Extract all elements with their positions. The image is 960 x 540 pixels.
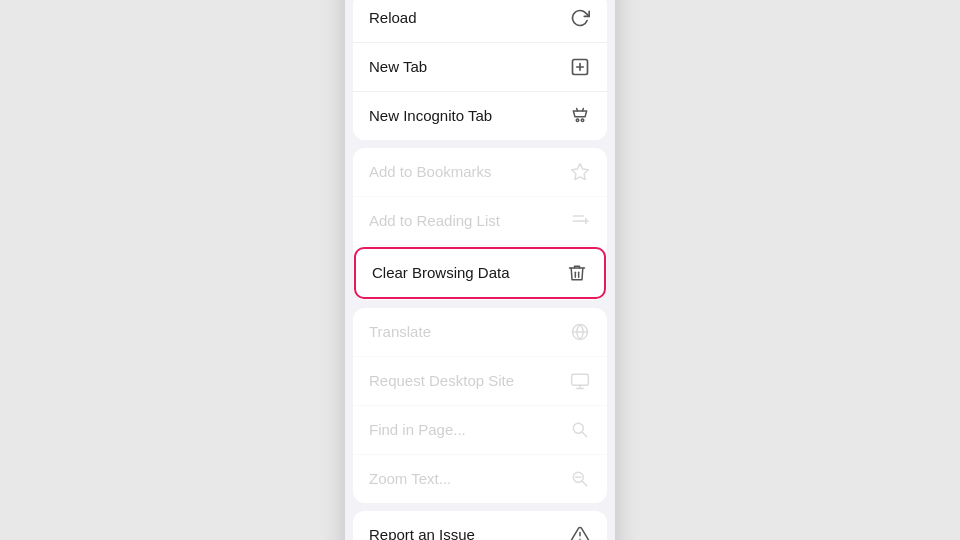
warning-icon (569, 524, 591, 541)
section-1: Reload New Tab New Incognito Tab (353, 0, 607, 140)
svg-marker-16 (572, 163, 589, 179)
svg-rect-22 (572, 374, 589, 385)
new-tab-icon (569, 56, 591, 78)
zoom-text-item[interactable]: Zoom Text... (353, 455, 607, 503)
zoom-icon (569, 468, 591, 490)
add-reading-list-item[interactable]: Add to Reading List (353, 197, 607, 246)
desktop-icon (569, 370, 591, 392)
new-incognito-tab-item[interactable]: New Incognito Tab (353, 92, 607, 140)
translate-item[interactable]: Translate (353, 308, 607, 357)
section-2: Add to Bookmarks Add to Reading List Cle… (353, 148, 607, 300)
clear-browsing-data-item[interactable]: Clear Browsing Data (354, 247, 606, 299)
reload-item[interactable]: Reload (353, 0, 607, 43)
find-in-page-item[interactable]: Find in Page... (353, 406, 607, 455)
request-desktop-site-item[interactable]: Request Desktop Site (353, 357, 607, 406)
menu-container: Bookmarks History Reading List (345, 0, 615, 540)
new-tab-item[interactable]: New Tab (353, 43, 607, 92)
trash-icon (566, 262, 588, 284)
add-bookmark-icon (569, 161, 591, 183)
svg-point-12 (576, 118, 579, 121)
svg-line-15 (583, 108, 584, 111)
svg-line-28 (582, 481, 587, 486)
reload-icon (569, 7, 591, 29)
svg-line-14 (577, 108, 578, 111)
section-3: Translate Request Desktop Site Find in (353, 308, 607, 503)
svg-point-13 (581, 118, 584, 121)
add-bookmarks-item[interactable]: Add to Bookmarks (353, 148, 607, 197)
translate-icon (569, 321, 591, 343)
report-issue-item[interactable]: Report an Issue (353, 511, 607, 541)
find-icon (569, 419, 591, 441)
incognito-icon (569, 105, 591, 127)
section-4: Report an Issue Help (353, 511, 607, 541)
svg-line-26 (582, 432, 587, 437)
add-reading-list-icon (569, 210, 591, 232)
